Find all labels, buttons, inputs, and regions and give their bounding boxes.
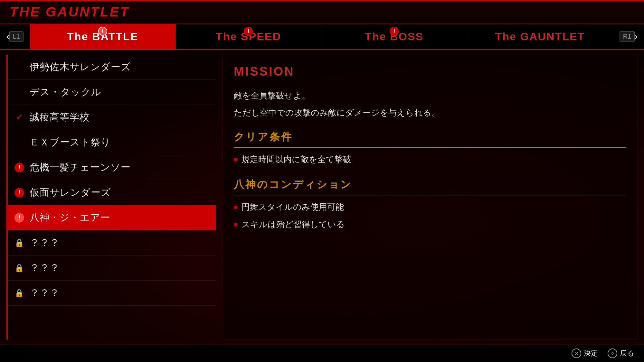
tab-battle-exclaim: !: [98, 27, 107, 36]
mission-icon-exclaim-6: !: [14, 188, 24, 198]
header-title: THE GAUNTLET: [10, 4, 129, 20]
mission-icon-check-3: ✓: [14, 112, 24, 123]
mission-icon-1: [14, 62, 24, 72]
tab-battle[interactable]: ! The BATTLE: [30, 24, 176, 49]
tab-speed-exclaim: !: [244, 27, 253, 36]
mission-name-2: デス・タックル: [30, 86, 101, 99]
mission-name-3: 誠稜高等学校: [30, 111, 90, 124]
mission-item-1[interactable]: 伊勢佐木サレンダーズ: [8, 55, 216, 80]
top-accent-bar: [0, 0, 644, 1]
mission-name-1: 伊勢佐木サレンダーズ: [30, 60, 131, 74]
mission-item-2[interactable]: デス・タックル: [8, 80, 216, 105]
bottom-bar: ✕ 決定 ○ 戻る: [0, 344, 644, 362]
yakumo-bullet-2: ■: [234, 219, 238, 229]
mission-icon-exclaim-5: !: [14, 162, 24, 173]
nav-right-button[interactable]: R1 ›: [613, 24, 644, 49]
mission-item-4[interactable]: ＥＸブースト祭り: [8, 130, 216, 155]
mission-item-9[interactable]: 🔒 ？？？: [8, 255, 216, 281]
mission-item-3[interactable]: ✓ 誠稜高等学校: [8, 105, 216, 130]
main-content: 伊勢佐木サレンダーズ デス・タックル ✓ 誠稜高等学校 ＥＸブースト祭り ! 危…: [0, 50, 644, 344]
mission-name-8: ？？？: [30, 236, 60, 249]
mission-list: 伊勢佐木サレンダーズ デス・タックル ✓ 誠稜高等学校 ＥＸブースト祭り ! 危…: [6, 55, 216, 339]
clear-conditions-block: クリア条件 ■ 規定時間以内に敵を全て撃破: [234, 130, 626, 168]
clear-condition-text-1: 規定時間以内に敵を全て撃破: [242, 153, 351, 166]
yakumo-condition-text-2: スキルは殆ど習得している: [242, 218, 345, 231]
tab-speed[interactable]: ! The SPEED: [176, 24, 322, 49]
mission-icon-exclaim-7: !: [14, 213, 24, 223]
mission-name-5: 危機一髪チェーンソー: [30, 161, 131, 174]
tab-boss-exclaim: !: [390, 27, 399, 36]
mission-item-8[interactable]: 🔒 ？？？: [8, 230, 216, 255]
mission-name-6: 仮面サレンダーズ: [30, 186, 111, 199]
mission-name-9: ？？？: [30, 261, 60, 274]
tab-gauntlet[interactable]: The GAUNTLET: [467, 24, 613, 49]
confirm-button[interactable]: ✕ 決定: [572, 348, 598, 358]
mission-item-7[interactable]: ! 八神・ジ・エアー: [8, 205, 216, 230]
yakumo-conditions-block: 八神のコンディション ■ 円舞スタイルのみ使用可能 ■ スキルは殆ど習得している: [234, 178, 626, 233]
condition-bullet-1: ■: [234, 154, 238, 164]
yakumo-conditions-label: 八神のコンディション: [234, 178, 626, 195]
mission-detail-panel: MISSION 敵を全員撃破せよ。 ただし空中での攻撃のみ敵にダメージを与えられ…: [222, 55, 638, 339]
yakumo-condition-1: ■ 円舞スタイルのみ使用可能: [234, 200, 626, 214]
mission-name-10: ？？？: [30, 286, 60, 300]
confirm-label: 決定: [584, 348, 598, 358]
back-button[interactable]: ○ 戻る: [608, 348, 634, 358]
mission-description-block: 敵を全員撃破せよ。 ただし空中での攻撃のみ敵にダメージを与えられる。: [234, 88, 626, 120]
mission-icon-lock-8: 🔒: [14, 238, 24, 248]
yakumo-condition-2: ■ スキルは殆ど習得している: [234, 218, 626, 231]
mission-icon-lock-10: 🔒: [14, 288, 24, 298]
tab-gauntlet-label: The GAUNTLET: [495, 30, 585, 43]
yakumo-condition-text-1: 円舞スタイルのみ使用可能: [242, 200, 344, 214]
tab-boss[interactable]: ! The BOSS: [321, 24, 467, 49]
mission-desc-line2: ただし空中での攻撃のみ敵にダメージを与えられる。: [234, 105, 626, 120]
mission-item-5[interactable]: ! 危機一髪チェーンソー: [8, 155, 216, 180]
confirm-icon: ✕: [572, 348, 581, 358]
mission-icon-lock-9: 🔒: [14, 263, 24, 273]
mission-item-10[interactable]: 🔒 ？？？: [8, 281, 216, 306]
mission-icon-4: [14, 137, 24, 148]
mission-icon-2: [14, 87, 24, 97]
mission-name-7: 八神・ジ・エアー: [30, 211, 110, 224]
clear-conditions-label: クリア条件: [234, 130, 626, 148]
back-label: 戻る: [620, 348, 634, 358]
mission-title: MISSION: [234, 65, 294, 78]
yakumo-bullet-1: ■: [234, 202, 238, 212]
tab-bar: ‹ L1 ! The BATTLE ! The SPEED ! The BOSS…: [0, 24, 644, 50]
mission-title-block: MISSION: [234, 65, 626, 79]
mission-name-4: ＥＸブースト祭り: [30, 136, 111, 149]
mission-desc-line1: 敵を全員撃破せよ。: [234, 88, 626, 103]
mission-item-6[interactable]: ! 仮面サレンダーズ: [8, 180, 216, 205]
back-icon: ○: [608, 348, 617, 358]
nav-left-label: L1: [9, 31, 24, 42]
clear-condition-1: ■ 規定時間以内に敵を全て撃破: [234, 153, 626, 166]
nav-right-label: R1: [620, 31, 635, 42]
header: THE GAUNTLET: [0, 0, 644, 24]
nav-left-button[interactable]: ‹ L1: [0, 24, 30, 49]
